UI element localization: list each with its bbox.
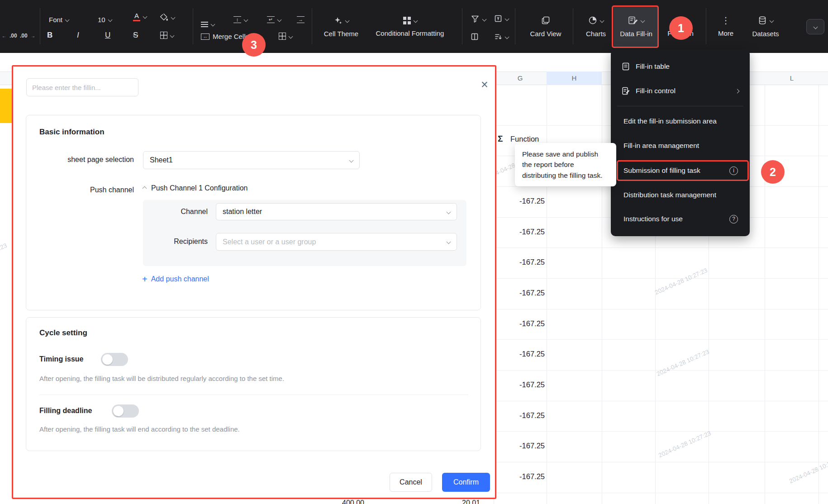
basic-information-title: Basic information	[39, 128, 105, 137]
sheet-page-select-value: Sheet1	[150, 156, 173, 164]
datasets-button[interactable]: Datasets	[743, 6, 788, 47]
filling-deadline-toggle[interactable]	[112, 404, 139, 418]
charts-button[interactable]: Charts	[579, 6, 613, 47]
gridline	[494, 493, 828, 493]
sort-dropdown[interactable]	[494, 33, 509, 41]
filter-view-dropdown[interactable]	[494, 14, 509, 23]
decimal-increase-button[interactable]: .00→	[20, 33, 35, 39]
card-view-icon	[541, 16, 550, 25]
chevron-up-icon	[143, 186, 147, 190]
conditional-formatting-button[interactable]: Conditional Formatting	[365, 6, 455, 47]
menu-item-label: Fill-in area management	[623, 142, 699, 150]
toolbar-separator	[515, 8, 515, 44]
filter-dropdown[interactable]	[471, 14, 486, 24]
chevron-down-icon	[170, 33, 175, 38]
horizontal-align-dropdown[interactable]	[201, 18, 214, 26]
sheet-page-select[interactable]: Sheet1	[143, 151, 360, 169]
recipients-select[interactable]: Select a user or a user group	[216, 233, 457, 251]
data-fill-in-button[interactable]: Data Fill-in	[614, 5, 659, 48]
menu-item-edit-fill-in-submission-area[interactable]: Edit the fill-in submission area	[614, 111, 746, 131]
watermark-text: 2024-04-28 10:27:23	[657, 430, 712, 459]
close-icon[interactable]: ×	[477, 77, 492, 92]
merge-cells-button[interactable]: ↔ Merge Cells	[201, 33, 249, 40]
watermark-text: 2024-04-28 10:27:23	[656, 348, 710, 378]
chevron-down-icon	[65, 17, 70, 22]
chevron-down-icon	[244, 18, 248, 22]
channel-select[interactable]: station letter	[216, 203, 457, 220]
font-family-dropdown[interactable]: Font	[49, 14, 69, 25]
chevron-down-icon	[600, 18, 604, 23]
conditional-formatting-label: Conditional Formatting	[376, 29, 444, 37]
menu-item-fill-in-control[interactable]: Fill-in control	[614, 81, 746, 101]
watermark-text: 2024-04-28 10:27:23	[788, 456, 828, 485]
fill-color-button[interactable]	[159, 13, 175, 22]
step-badge-1: 1	[669, 16, 693, 40]
decimal-decrease-button[interactable]: ←.00	[2, 33, 17, 39]
data-fill-in-icon	[628, 16, 638, 25]
cell-theme-button[interactable]: Cell Theme	[317, 6, 366, 47]
toolbar-separator	[193, 8, 193, 44]
chevron-down-icon	[143, 14, 148, 19]
toolbar-separator	[706, 8, 706, 44]
menu-item-label: Fill-in control	[636, 87, 676, 95]
table-style-dropdown[interactable]	[279, 33, 292, 40]
strikethrough-button[interactable]: S	[133, 31, 138, 40]
menu-item-instructions-for-use[interactable]: Instructions for use ?	[614, 209, 746, 229]
column-header-g[interactable]: G	[494, 74, 547, 82]
push-channel-config-title: Push Channel 1 Configuration	[151, 184, 247, 192]
sparkle-icon	[333, 16, 343, 25]
vertical-align-dropdown[interactable]: ↕	[233, 16, 247, 23]
task-name-input[interactable]	[26, 78, 138, 96]
chevron-down-icon	[505, 16, 509, 21]
cell-value: -167.25	[498, 289, 545, 297]
column-header-l[interactable]: L	[765, 74, 818, 82]
font-size-dropdown[interactable]: 10	[98, 14, 112, 25]
italic-button[interactable]: I	[77, 31, 79, 40]
timing-issue-toggle[interactable]	[101, 353, 128, 366]
confirm-button[interactable]: Confirm	[442, 473, 490, 492]
push-channel-config-toggle[interactable]: Push Channel 1 Configuration	[143, 184, 247, 192]
underline-button[interactable]: U	[105, 31, 110, 40]
charts-label: Charts	[586, 30, 606, 38]
recipients-label: Recipients	[143, 238, 208, 246]
clipped-cell-value: 400.00	[342, 499, 364, 504]
filter-view-icon	[494, 14, 502, 23]
text-color-button[interactable]: A	[133, 12, 147, 21]
cell-value: -167.25	[498, 380, 545, 389]
card-view-button[interactable]: Card View	[525, 6, 566, 47]
channel-select-value: station letter	[223, 208, 262, 216]
borders-dropdown[interactable]	[160, 32, 174, 39]
menu-item-submission-of-filling-task[interactable]: Submission of filling task i	[614, 161, 746, 181]
menu-item-label: Submission of filling task	[623, 166, 700, 175]
cell-value: -167.25	[498, 319, 545, 328]
text-wrap-dropdown[interactable]: ↵	[267, 16, 281, 23]
column-header-h[interactable]: H	[547, 74, 602, 82]
cancel-button[interactable]: Cancel	[390, 473, 432, 492]
add-push-channel-link[interactable]: + Add push channel	[142, 275, 209, 283]
timing-issue-label: Timing issue	[39, 355, 84, 363]
text-wrap-icon: ↵	[267, 16, 275, 23]
cell-value: -167.25	[498, 197, 545, 205]
menu-item-label: Fill-in table	[636, 62, 670, 71]
clipped-cell-value: 20.01	[462, 499, 480, 504]
split-table-icon	[471, 33, 479, 41]
menu-item-fill-in-table[interactable]: Fill-in table	[614, 57, 746, 76]
menu-item-distribution-task-management[interactable]: Distribution task management	[614, 185, 746, 205]
indent-button[interactable]: →	[297, 16, 305, 23]
tooltip-text: Please save and publish the report befor…	[522, 150, 602, 179]
help-icon: ?	[729, 215, 738, 223]
bold-button[interactable]: B	[47, 31, 52, 40]
text-color-icon: A	[133, 12, 140, 21]
sigma-icon: Σ	[498, 134, 503, 144]
gridline	[494, 462, 828, 462]
collapse-toolbar-button[interactable]	[806, 19, 824, 34]
italic-icon: I	[77, 31, 79, 40]
data-fill-in-label: Data Fill-in	[620, 30, 652, 38]
cell-value: -167.25	[498, 258, 545, 266]
split-table-button[interactable]	[471, 33, 479, 41]
menu-item-fill-in-area-management[interactable]: Fill-in area management	[614, 136, 746, 156]
more-button[interactable]: ⋮ More	[711, 6, 740, 47]
chevron-down-icon	[505, 34, 509, 39]
vertical-align-icon: ↕	[233, 16, 241, 23]
chevron-down-icon	[813, 24, 818, 29]
